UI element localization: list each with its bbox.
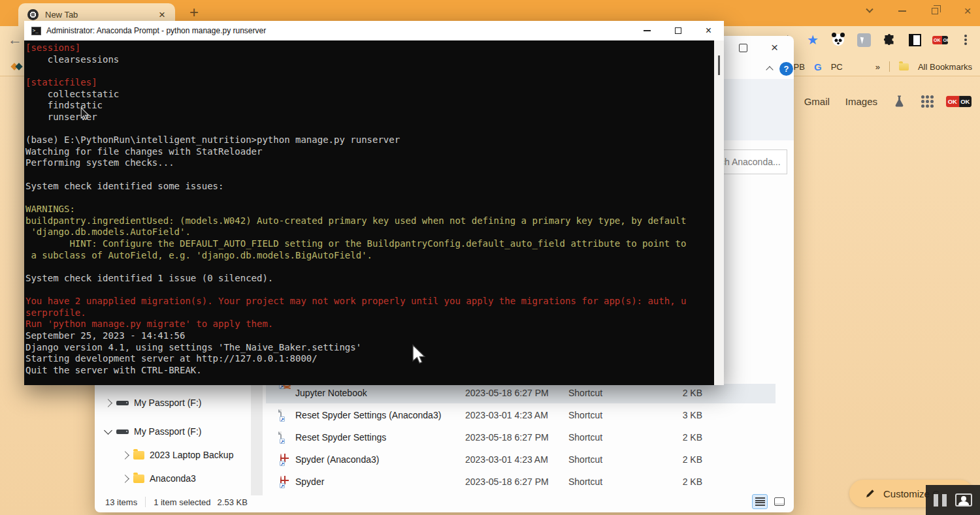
file-date: 2023-05-18 6:27 PM — [465, 476, 549, 487]
terminal-titlebar[interactable]: >_ Administrator: Anaconda Prompt - pyth… — [24, 21, 724, 40]
terminal-close-button[interactable]: × — [693, 21, 724, 40]
file-row[interactable]: ↗Jupyter Notebook2023-05-18 6:27 PMShort… — [266, 384, 776, 403]
terminal-line: findstatic — [25, 100, 714, 112]
terminal-line: September 25, 2023 - 14:41:56 — [25, 330, 714, 342]
terminal-line — [25, 284, 714, 296]
file-row[interactable]: ↗Reset Spyder Settings2023-05-18 6:27 PM… — [266, 428, 776, 448]
terminal-line: [staticfiles] — [25, 77, 714, 89]
screen-recorder-overlay — [926, 485, 980, 515]
file-type: Shortcut — [568, 432, 602, 443]
profile-extension-icon[interactable] — [856, 32, 872, 48]
tab-title: New Tab — [45, 10, 155, 20]
terminal-line: [sessions] — [25, 42, 714, 54]
spyder-icon: ↗ — [280, 454, 282, 465]
explorer-search-input[interactable]: ch Anaconda... — [715, 149, 787, 174]
bookmark-item-pb[interactable]: PB — [794, 62, 805, 72]
terminal-minimize-button[interactable] — [632, 21, 662, 40]
tree-item-label: Anaconda3 — [150, 473, 196, 484]
file-size: 2 KB — [645, 454, 702, 465]
terminal-line — [25, 169, 714, 181]
file-type: Shortcut — [568, 388, 602, 398]
sidebar-extension-icon[interactable] — [907, 32, 923, 48]
new-tab-button[interactable]: + — [186, 4, 203, 21]
file-row[interactable]: ↗Spyder (Anaconda3)2023-03-01 4:23 AMSho… — [266, 450, 776, 470]
terminal-line: a subclass of AutoField, e.g. 'django.db… — [25, 250, 714, 262]
file-type: Shortcut — [568, 476, 602, 487]
tree-scrollbar[interactable] — [251, 378, 263, 495]
terminal-line — [25, 261, 714, 273]
doc-icon: ↗ — [280, 431, 282, 443]
ribbon-collapse-icon[interactable] — [766, 66, 773, 73]
pencil-icon — [865, 488, 875, 499]
tree-item[interactable]: 2023 Laptop Backup — [100, 446, 247, 464]
terminal-line — [25, 123, 714, 134]
terminal-line: clearsessions — [25, 54, 714, 66]
bookmark-item-pc[interactable]: PC — [831, 62, 843, 72]
chevron-right-icon[interactable] — [104, 399, 112, 407]
shortcut-arrow-icon: ↗ — [280, 483, 285, 488]
browser-window-controls: × — [862, 0, 975, 22]
terminal-content[interactable]: [sessions] clearsessions[staticfiles] co… — [24, 40, 714, 385]
webcam-icon[interactable] — [955, 493, 972, 507]
okok-ntp-icon[interactable]: OKOK — [946, 95, 972, 107]
file-row[interactable]: ↗Spyder2023-05-18 6:27 PMShortcut2 KB — [266, 473, 776, 492]
file-size: 2 KB — [645, 432, 702, 443]
extensions-puzzle-icon[interactable] — [881, 32, 897, 48]
apps-grid-icon[interactable] — [926, 100, 929, 103]
back-icon[interactable]: ← — [8, 31, 22, 48]
tab-close-icon[interactable]: × — [155, 8, 169, 22]
tree-item[interactable]: My Passport (F:) — [100, 422, 247, 441]
terminal-maximize-button[interactable] — [662, 21, 693, 40]
shortcut-arrow-icon: ↗ — [280, 416, 285, 422]
bookmarks-overflow-chevron[interactable]: » — [875, 62, 880, 72]
bookmark-favicon[interactable] — [11, 61, 23, 72]
selected-count: 1 item selected — [154, 497, 210, 507]
explorer-help-icon[interactable]: ? — [779, 62, 793, 76]
google-favicon: G — [814, 61, 822, 72]
doc-icon: ↗ — [280, 409, 282, 421]
terminal-line: buildpantry.ingredientUsed: (models.W042… — [25, 215, 714, 227]
panda-extension-icon[interactable] — [830, 32, 846, 48]
pause-icon[interactable] — [934, 494, 947, 507]
details-view-button[interactable] — [752, 494, 768, 509]
labs-flask-icon[interactable] — [893, 95, 906, 108]
shortcut-arrow-icon: ↗ — [280, 439, 285, 444]
tree-item-label: 2023 Laptop Backup — [150, 450, 233, 460]
explorer-maximize-button[interactable] — [739, 44, 747, 52]
file-name: Spyder (Anaconda3) — [295, 454, 379, 465]
terminal-line: System check identified 1 issue (0 silen… — [25, 273, 714, 285]
terminal-line: Watching for file changes with StatReloa… — [25, 146, 714, 158]
tree-item[interactable]: Anaconda3 — [100, 469, 247, 488]
file-row[interactable]: ↗Reset Spyder Settings (Anaconda3)2023-0… — [266, 406, 776, 426]
terminal-line: runserver — [25, 112, 714, 123]
terminal-title: Administrator: Anaconda Prompt - python … — [46, 26, 266, 35]
bookmark-star-icon[interactable]: ★ — [805, 32, 821, 48]
terminal-line: Run 'python manage.py migrate' to apply … — [25, 319, 714, 330]
restore-button[interactable] — [928, 4, 942, 18]
okok-extension-icon[interactable]: OKOK — [932, 32, 948, 48]
file-name: Reset Spyder Settings (Anaconda3) — [295, 410, 441, 420]
tree-item-label: My Passport (F:) — [134, 398, 201, 408]
close-button[interactable]: × — [960, 4, 975, 18]
all-bookmarks-button[interactable]: All Bookmarks — [918, 62, 972, 72]
tab-search-icon[interactable] — [862, 4, 877, 18]
anaconda-prompt-window: >_ Administrator: Anaconda Prompt - pyth… — [24, 21, 724, 385]
file-size: 2 KB — [645, 388, 702, 398]
file-size: 3 KB — [645, 410, 702, 420]
gmail-link[interactable]: Gmail — [804, 96, 830, 107]
terminal-scroll-thumb[interactable] — [718, 55, 720, 75]
drive-icon — [116, 401, 129, 405]
file-type: Shortcut — [568, 410, 602, 420]
chevron-down-icon[interactable] — [104, 426, 112, 435]
tree-item[interactable]: My Passport (F:) — [100, 394, 247, 412]
file-name: Reset Spyder Settings — [295, 432, 386, 443]
explorer-status-bar: 13 items 1 item selected 2.53 KB — [95, 492, 794, 512]
large-icons-view-button[interactable] — [772, 494, 787, 509]
terminal-scrollbar[interactable] — [714, 40, 724, 385]
chevron-right-icon[interactable] — [121, 451, 129, 460]
explorer-close-button[interactable]: × — [771, 40, 778, 55]
minimize-button[interactable] — [895, 4, 909, 18]
images-link[interactable]: Images — [845, 96, 877, 107]
chevron-right-icon[interactable] — [121, 475, 129, 483]
menu-dots-icon[interactable] — [958, 32, 973, 48]
